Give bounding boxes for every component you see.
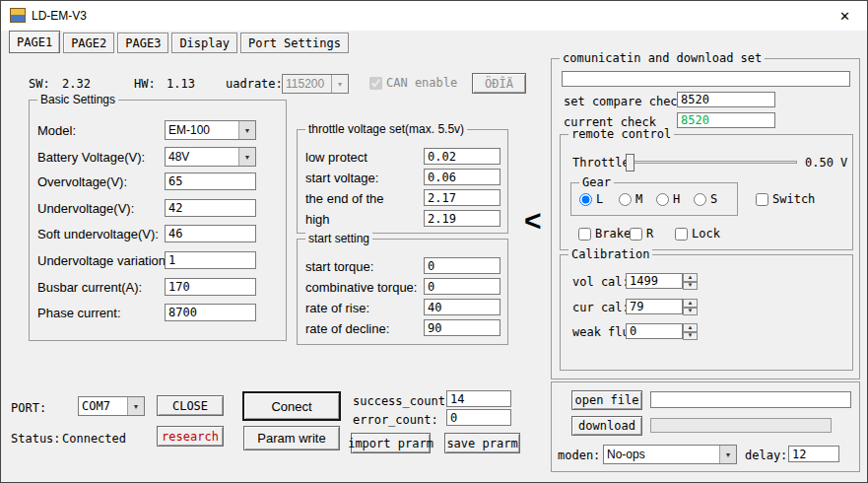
gear-radio-s[interactable]: S [694,192,717,206]
brake-checkbox[interactable]: Brake [578,227,631,241]
sw-value: 2.32 [62,77,91,91]
switch-label: Switch [772,192,815,206]
rate-of-rise-field[interactable] [424,299,501,315]
tab-page3[interactable]: PAGE3 [117,33,168,53]
start-setting-group: start setting start torque: combinative … [297,239,508,345]
rate-of-decline-field[interactable] [424,319,501,336]
low-protect-label: low protect [305,150,367,165]
gear-group: Gear L M H S [570,182,738,216]
phase-current-label: Phase current: [37,306,121,320]
busbar-current-field[interactable] [165,278,256,296]
tab-port-settings[interactable]: Port Settings [240,33,349,53]
spin-up-icon[interactable]: ▲ [683,273,698,282]
switch-checkbox[interactable]: Switch [756,192,815,206]
language-button: ÖĐÎÄ [472,73,526,94]
error-count-field[interactable] [446,409,511,426]
weak-flux-spinner[interactable]: ▲ ▼ [683,323,698,340]
overvoltage-field[interactable] [165,172,256,190]
comm-top-field[interactable] [562,71,850,87]
r-checkbox[interactable]: R [630,227,653,241]
gear-radio-h-label: H [673,192,680,206]
start-torque-field[interactable] [424,257,501,274]
brake-checkbox-input[interactable] [578,228,591,241]
undervoltage-label: Undervoltage(V): [37,201,134,216]
delay-field[interactable] [788,446,839,462]
tab-display[interactable]: Display [171,33,237,53]
can-enable-label: CAN enable [386,76,457,90]
throttle-slider-thumb[interactable] [626,154,634,172]
connect-button[interactable]: Conect [243,392,340,420]
gear-radio-m-input[interactable] [619,193,632,206]
save-param-button[interactable]: save prarm [444,433,520,453]
gear-radio-h[interactable]: H [656,192,680,206]
end-voltage-field[interactable] [424,189,501,206]
file-download-group: open file download moden: No-ops ▼ delay… [551,381,860,472]
file-path-field[interactable] [650,391,851,408]
gear-radio-s-input[interactable] [694,193,706,206]
research-button[interactable]: research [157,426,224,447]
baudrate-combo-value: 115200 [283,75,331,93]
app-window: LD-EM-V3 ✕ PAGE1 PAGE2 PAGE3 Display Por… [0,0,868,483]
phase-current-field[interactable] [165,304,256,321]
current-check-field[interactable] [677,112,775,128]
spin-down-icon[interactable]: ▼ [683,332,698,341]
model-combo[interactable]: EM-100 ▼ [165,120,256,140]
moden-combo[interactable]: No-ops ▼ [603,445,737,464]
success-count-field[interactable] [446,390,511,407]
throttle-voltage-group: throttle voltage set(max. 5.5v) low prot… [297,129,508,234]
port-label: PORT: [11,401,46,415]
combinative-torque-label: combinative torque: [305,280,417,295]
undervoltage-variation-field[interactable] [165,251,256,269]
collapse-arrow[interactable]: < [524,204,542,238]
low-protect-field[interactable] [424,148,501,165]
param-write-button[interactable]: Param write [243,426,340,450]
download-button[interactable]: download [571,416,642,436]
lock-checkbox[interactable]: Lock [675,227,720,241]
window-title: LD-EM-V3 [32,9,87,23]
vol-cal-field[interactable] [626,273,683,289]
spin-down-icon[interactable]: ▼ [683,308,698,316]
calibration-title: Calibration [568,247,652,261]
tab-page1[interactable]: PAGE1 [9,31,60,53]
close-icon[interactable]: ✕ [823,1,867,31]
soft-undervoltage-field[interactable] [165,225,256,242]
tab-page2[interactable]: PAGE2 [63,33,114,53]
spin-up-icon[interactable]: ▲ [683,299,698,308]
gear-radio-l[interactable]: L [579,192,603,206]
weak-flux-field[interactable] [626,323,683,339]
combinative-torque-field[interactable] [424,278,501,295]
import-param-button[interactable]: import prarm [351,433,431,453]
gear-radio-m[interactable]: M [619,192,642,206]
busbar-current-label: Busbar current(A): [37,280,142,295]
r-checkbox-input[interactable] [630,228,642,241]
gear-radio-h-input[interactable] [656,193,669,206]
undervoltage-field[interactable] [165,199,256,217]
vol-cal-spinner[interactable]: ▲ ▼ [683,273,698,290]
battery-voltage-combo[interactable]: 48V ▼ [165,147,256,167]
high-voltage-field[interactable] [424,210,501,227]
undervoltage-variation-label: Undervoltage variation: [37,253,169,268]
download-progress [650,418,832,433]
switch-checkbox-input[interactable] [756,193,768,206]
set-compare-check-field[interactable] [677,92,775,107]
spin-up-icon[interactable]: ▲ [683,323,698,332]
cur-cal-spinner[interactable]: ▲ ▼ [683,299,698,315]
spin-down-icon[interactable]: ▼ [683,282,698,291]
throttle-slider-track[interactable] [626,161,797,164]
throttle-voltage-title: throttle voltage set(max. 5.5v) [305,122,467,136]
lock-checkbox-input[interactable] [675,228,688,241]
chevron-down-icon: ▼ [331,75,348,93]
set-compare-check-label: set compare check [564,95,685,108]
close-port-button[interactable]: CLOSE [157,395,224,416]
remote-control-group: remote control Throttle: 0.50 V Gear L M… [560,134,853,250]
battery-voltage-combo-value: 48V [166,148,238,166]
open-file-button[interactable]: open file [571,390,642,410]
cur-cal-field[interactable] [626,299,683,314]
gear-radio-l-input[interactable] [579,193,592,206]
success-count-label: success_count: [353,394,452,408]
start-voltage-field[interactable] [424,169,501,185]
port-combo[interactable]: COM7 ▼ [78,396,145,416]
error-count-label: error_count: [353,413,438,427]
port-combo-value: COM7 [79,397,127,415]
chevron-down-icon: ▼ [127,397,144,415]
